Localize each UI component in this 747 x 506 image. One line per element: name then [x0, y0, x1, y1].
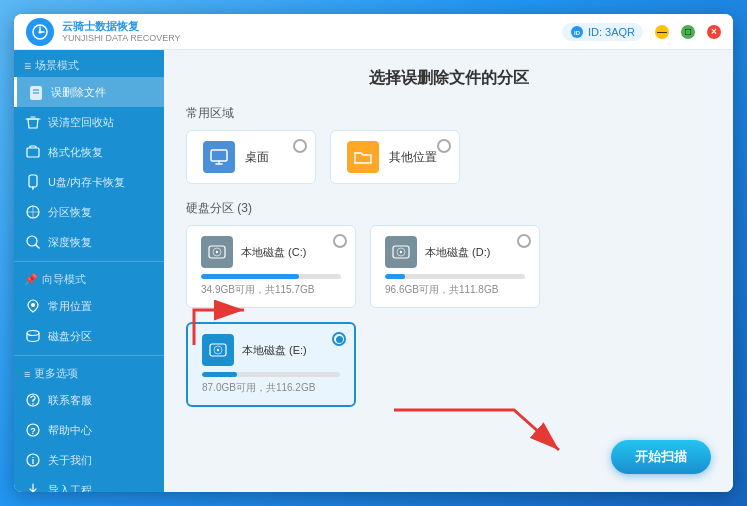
sidebar-wizard-section: 📌 向导模式: [14, 266, 164, 291]
disk-section-label: 硬盘分区 (3): [186, 200, 711, 217]
folder-icon: [347, 141, 379, 173]
disk-d-icon: [385, 236, 417, 268]
partition-icon: [24, 203, 42, 221]
svg-line-11: [36, 245, 39, 248]
common-area-label: 常用区域: [186, 105, 711, 122]
main-content: 选择误删除文件的分区 常用区域 桌面 其他位置: [164, 50, 733, 492]
sidebar-label-usb: U盘/内存卡恢复: [48, 175, 125, 190]
disk-d-card[interactable]: 本地磁盘 (D:) 96.6GB可用，共111.8GB: [370, 225, 540, 308]
help-icon: ?: [24, 421, 42, 439]
common-location-icon: [24, 297, 42, 315]
other-location-radio[interactable]: [437, 139, 451, 153]
sidebar-divider1: [14, 261, 164, 262]
sidebar-label-about: 关于我们: [48, 453, 92, 468]
start-scan-button[interactable]: 开始扫描: [611, 440, 711, 474]
recycle-icon: [24, 113, 42, 131]
titlebar: 云骑士数据恢复 YUNJISHI DATA RECOVERY ID ID: 3A…: [14, 14, 733, 50]
disk-e-info: 87.0GB可用，共116.2GB: [202, 381, 340, 395]
disk-e-header: 本地磁盘 (E:): [202, 334, 340, 366]
sidebar-label-support: 联系客服: [48, 393, 92, 408]
disk-d-radio[interactable]: [517, 234, 531, 248]
close-button[interactable]: ×: [707, 25, 721, 39]
sidebar-more-section: ≡ 更多选项: [14, 360, 164, 385]
sidebar-item-disk-partition[interactable]: 磁盘分区: [14, 321, 164, 351]
app-title: 云骑士数据恢复 YUNJISHI DATA RECOVERY: [62, 20, 181, 44]
disk-e-card[interactable]: 本地磁盘 (E:) 87.0GB可用，共116.2GB: [186, 322, 356, 407]
svg-text:?: ?: [30, 426, 36, 436]
sidebar-item-format[interactable]: 格式化恢复: [14, 137, 164, 167]
more-icon: ≡: [24, 368, 30, 380]
minimize-button[interactable]: —: [655, 25, 669, 39]
sidebar-scene-section: ≡ 场景模式: [14, 50, 164, 77]
disk-e-progress: [202, 372, 340, 377]
sidebar-divider2: [14, 355, 164, 356]
disk-section: 硬盘分区 (3) 本地磁盘 (C:): [186, 200, 711, 407]
sidebar-label-deep: 深度恢复: [48, 235, 92, 250]
sidebar-label-partition: 分区恢复: [48, 205, 92, 220]
disk-cards-grid: 本地磁盘 (C:) 34.9GB可用，共115.7GB: [186, 225, 711, 407]
sidebar-label-import: 导入工程: [48, 483, 92, 493]
app-window: 云骑士数据恢复 YUNJISHI DATA RECOVERY ID ID: 3A…: [14, 14, 733, 492]
sidebar-item-support[interactable]: 联系客服: [14, 385, 164, 415]
other-location-card[interactable]: 其他位置: [330, 130, 460, 184]
sidebar-item-partition[interactable]: 分区恢复: [14, 197, 164, 227]
disk-e-progress-bar: [202, 372, 237, 377]
sidebar-label-format: 格式化恢复: [48, 145, 103, 160]
sidebar-item-help[interactable]: ? 帮助中心: [14, 415, 164, 445]
usb-icon: [24, 173, 42, 191]
sidebar-label-help: 帮助中心: [48, 423, 92, 438]
maximize-button[interactable]: □: [681, 25, 695, 39]
body: ≡ 场景模式 误删除文件 误清空回收站 格式化恢复: [14, 50, 733, 492]
support-icon: [24, 391, 42, 409]
svg-rect-8: [29, 175, 37, 187]
common-area: 桌面 其他位置: [186, 130, 711, 184]
disk-e-icon: [202, 334, 234, 366]
app-logo: [26, 18, 54, 46]
import-icon: [24, 481, 42, 492]
svg-point-15: [32, 403, 34, 405]
about-icon: i: [24, 451, 42, 469]
more-section-label: 更多选项: [34, 366, 78, 381]
desktop-label: 桌面: [245, 149, 269, 166]
disk-c-info: 34.9GB可用，共115.7GB: [201, 283, 341, 297]
app-title-cn: 云骑士数据恢复: [62, 20, 181, 33]
disk-c-header: 本地磁盘 (C:): [201, 236, 341, 268]
sidebar-item-about[interactable]: i 关于我们: [14, 445, 164, 475]
disk-c-card[interactable]: 本地磁盘 (C:) 34.9GB可用，共115.7GB: [186, 225, 356, 308]
wizard-icon: 📌: [24, 273, 38, 286]
sidebar-item-recycle[interactable]: 误清空回收站: [14, 107, 164, 137]
sidebar-label-delete-file: 误删除文件: [51, 85, 106, 100]
sidebar-item-delete-file[interactable]: 误删除文件: [14, 77, 164, 107]
disk-e-radio[interactable]: [332, 332, 346, 346]
svg-point-23: [216, 251, 218, 253]
desktop-card[interactable]: 桌面: [186, 130, 316, 184]
svg-point-26: [400, 251, 402, 253]
disk-c-progress-bar: [201, 274, 299, 279]
svg-point-1: [39, 30, 42, 33]
sidebar-item-usb[interactable]: U盘/内存卡恢复: [14, 167, 164, 197]
disk-d-info: 96.6GB可用，共111.8GB: [385, 283, 525, 297]
titlebar-right: ID ID: 3AQR — □ ×: [562, 23, 721, 41]
disk-d-name: 本地磁盘 (D:): [425, 245, 490, 260]
delete-file-icon: [27, 83, 45, 101]
sidebar-item-import[interactable]: 导入工程: [14, 475, 164, 492]
svg-point-29: [217, 349, 219, 351]
disk-c-radio[interactable]: [333, 234, 347, 248]
sidebar-label-disk-partition: 磁盘分区: [48, 329, 92, 344]
page-title: 选择误删除文件的分区: [186, 68, 711, 89]
desktop-radio[interactable]: [293, 139, 307, 153]
disk-d-progress-bar: [385, 274, 405, 279]
other-location-label: 其他位置: [389, 149, 437, 166]
svg-text:ID: ID: [574, 30, 581, 36]
desktop-icon: [203, 141, 235, 173]
sidebar: ≡ 场景模式 误删除文件 误清空回收站 格式化恢复: [14, 50, 164, 492]
sidebar-item-common-location[interactable]: 常用位置: [14, 291, 164, 321]
deep-icon: [24, 233, 42, 251]
disk-d-header: 本地磁盘 (D:): [385, 236, 525, 268]
scene-section-label: 场景模式: [35, 58, 79, 73]
sidebar-label-recycle: 误清空回收站: [48, 115, 114, 130]
id-icon: ID: [570, 25, 584, 39]
disk-d-progress: [385, 274, 525, 279]
disk-e-name: 本地磁盘 (E:): [242, 343, 307, 358]
sidebar-item-deep[interactable]: 深度恢复: [14, 227, 164, 257]
